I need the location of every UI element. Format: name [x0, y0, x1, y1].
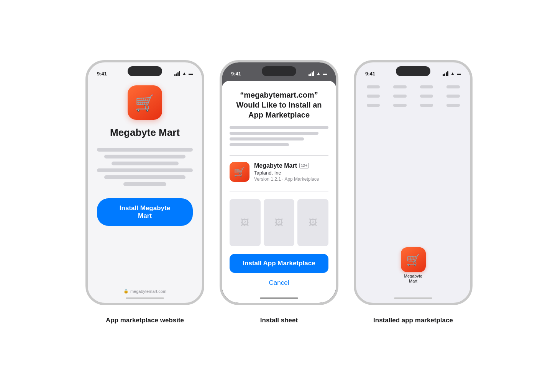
image-placeholder-icon-1: 🖼 [241, 218, 249, 228]
cancel-button[interactable]: Cancel [230, 274, 328, 291]
home-indicator-3 [394, 297, 432, 299]
website-url: megabytemart.com [130, 289, 166, 294]
home-app-cell [389, 93, 411, 98]
screenshots-row: 🖼 🖼 🖼 [230, 199, 328, 246]
home-app-cell [389, 102, 411, 107]
website-footer: 🔒 megabytemart.com [123, 289, 166, 294]
home-grid [362, 81, 464, 110]
screenshot-3: 🖼 [297, 199, 328, 246]
screenshot-2: 🖼 [264, 199, 295, 246]
home-app-cell [362, 102, 384, 107]
install-sheet: “megabytemart.com” Would Like to Install… [222, 81, 336, 303]
home-icon-label-placeholder [393, 95, 407, 98]
phone3: 9:41 ▲ ▬ [354, 60, 473, 305]
ph-line [230, 137, 304, 140]
battery-icon-3: ▬ [457, 71, 461, 76]
phone1-label: App marketplace website [106, 317, 184, 324]
home-indicator-1 [126, 297, 164, 299]
ph-line [230, 126, 328, 129]
wifi-icon-2: ▲ [316, 71, 321, 76]
signal-icon-2 [309, 71, 314, 76]
wifi-icon-3: ▲ [450, 71, 455, 76]
home-icon-label-placeholder [446, 104, 460, 107]
basket-icon-2: 🛒 [234, 167, 245, 177]
app-info-name: Megabyte Mart 12+ [254, 162, 328, 169]
phone1: 9:41 ▲ ▬ 🛒 Megabyte Mart [85, 60, 204, 305]
basket-icon-1: 🛒 [135, 93, 155, 112]
basket-icon-3: 🛒 [406, 253, 420, 266]
signal-icon-3 [443, 71, 448, 76]
ph-line [230, 132, 318, 135]
phone1-time: 9:41 [97, 71, 107, 77]
dynamic-island-3 [396, 66, 430, 76]
sheet-placeholder-lines [230, 126, 328, 146]
home-app-cell [415, 93, 438, 98]
phone2-label: Install sheet [260, 317, 298, 324]
app-version: Version 1.2.1 · App Marketplace [254, 176, 328, 182]
placeholder-lines-1 [97, 148, 193, 186]
ph-line [123, 182, 167, 186]
app-developer: Tapland, Inc [254, 170, 328, 176]
divider-2 [230, 191, 328, 191]
ph-line [104, 155, 186, 158]
phone3-label: Installed app marketplace [373, 317, 453, 324]
phone1-status-icons: ▲ ▬ [174, 71, 193, 76]
dynamic-island-1 [128, 66, 162, 76]
battery-icon-2: ▬ [323, 71, 327, 76]
phone2-wrapper: 9:41 ▲ ▬ “megabytemart.com” Would Like t… [220, 60, 338, 324]
phone2-content: “megabytemart.com” Would Like to Install… [222, 62, 336, 303]
install-app-marketplace-button[interactable]: Install App Marketplace [230, 254, 328, 273]
home-icon-label-placeholder [420, 95, 433, 98]
phone1-content: 🛒 Megabyte Mart Install Megabyte Mart 🔒 [88, 62, 202, 303]
signal-icon [174, 71, 180, 76]
phone3-status-icons: ▲ ▬ [443, 71, 461, 76]
app-icon-small: 🛒 [230, 162, 249, 182]
home-app-cell [442, 84, 464, 88]
divider-1 [230, 155, 328, 156]
home-app-cell [362, 93, 384, 98]
ph-line [97, 148, 193, 152]
home-icon-label-placeholder [420, 104, 433, 107]
home-icon-label-placeholder [420, 85, 433, 88]
ph-line [104, 175, 186, 179]
phone2: 9:41 ▲ ▬ “megabytemart.com” Would Like t… [220, 60, 338, 305]
home-icon-label-placeholder [393, 104, 407, 107]
phone3-screen: 9:41 ▲ ▬ [356, 62, 470, 303]
app-info-text: Megabyte Mart 12+ Tapland, Inc Version 1… [254, 162, 328, 182]
home-app-cell [389, 84, 411, 88]
install-megabyte-mart-button[interactable]: Install Megabyte Mart [97, 198, 193, 226]
dynamic-island-2 [262, 66, 296, 76]
home-app-cell [442, 93, 464, 98]
installed-megabyte-mart-icon[interactable]: 🛒 [401, 247, 426, 272]
installed-app-label: Megabyte Mart [404, 274, 422, 284]
image-placeholder-icon-3: 🖼 [309, 218, 317, 228]
home-icon-label-placeholder [367, 95, 380, 98]
installed-app-cell[interactable]: 🛒 Megabyte Mart [401, 247, 426, 284]
home-icon-label-placeholder [367, 104, 380, 107]
lock-icon: 🔒 [123, 289, 129, 294]
home-icon-label-placeholder [367, 85, 380, 88]
scene: 9:41 ▲ ▬ 🛒 Megabyte Mart [85, 60, 473, 324]
phone1-wrapper: 9:41 ▲ ▬ 🛒 Megabyte Mart [85, 60, 204, 324]
phone3-wrapper: 9:41 ▲ ▬ [354, 60, 473, 324]
phone2-screen: 9:41 ▲ ▬ “megabytemart.com” Would Like t… [222, 62, 336, 303]
phone3-content: 🛒 Megabyte Mart [356, 62, 470, 303]
phone3-time: 9:41 [365, 71, 375, 77]
home-app-cell [415, 102, 438, 107]
app-name-1: Megabyte Mart [110, 127, 180, 139]
home-app-cell [442, 102, 464, 107]
ph-line [97, 168, 193, 172]
age-badge: 12+ [299, 163, 309, 168]
image-placeholder-icon-2: 🖼 [275, 218, 283, 228]
app-info-row: 🛒 Megabyte Mart 12+ Tapland, Inc Version… [230, 159, 328, 185]
phone2-time: 9:41 [231, 71, 241, 77]
ph-line [112, 162, 179, 165]
home-icon-label-placeholder [393, 85, 407, 88]
phone2-status-icons: ▲ ▬ [309, 71, 327, 76]
home-app-cell [415, 84, 438, 88]
app-icon-large-1: 🛒 [128, 85, 162, 120]
sheet-title: “megabytemart.com” Would Like to Install… [230, 90, 328, 120]
phone1-screen: 9:41 ▲ ▬ 🛒 Megabyte Mart [88, 62, 202, 303]
ph-line [230, 143, 289, 146]
home-icon-label-placeholder [446, 85, 460, 88]
